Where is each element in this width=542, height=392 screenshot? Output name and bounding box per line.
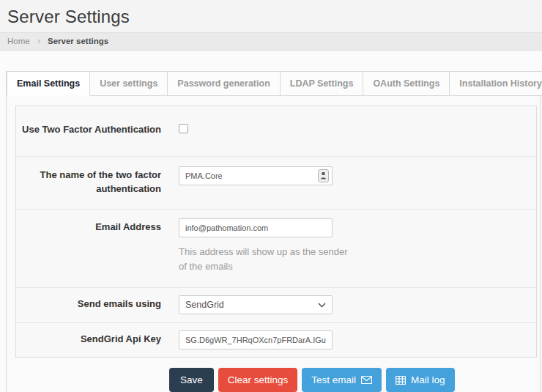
tab-ldap-settings[interactable]: LDAP Settings [281,71,364,96]
form-row-two-factor: Use Two Factor Authentication [16,106,536,157]
send-emails-using-value: SendGrid [185,300,224,310]
tab-user-settings[interactable]: User settings [90,71,168,96]
sendgrid-api-key-label: SendGrid Api Key [16,330,161,350]
page-header: Server Settings [0,0,542,32]
form-row-api-key: SendGrid Api Key [16,323,536,357]
spacer [0,51,542,71]
send-emails-using-label: Send emails using [16,295,161,314]
clear-settings-button[interactable]: Clear settings [218,368,298,392]
tab-email-settings[interactable]: Email Settings [7,71,90,96]
email-address-label: Email Address [16,218,161,274]
breadcrumb-current: Server settings [48,37,108,45]
tab-oauth-settings[interactable]: OAuth Settings [363,71,450,96]
form-row-email-address: Email Address This address will show up … [16,210,536,288]
chevron-right-icon: › [37,35,40,46]
email-address-help: This address will show up as the sender … [179,245,351,274]
settings-panel: Email Settings User settings Password ge… [6,71,541,392]
email-address-input[interactable] [179,218,333,237]
envelope-icon [361,376,372,384]
test-email-button[interactable]: Test email [302,368,382,392]
form-actions: Save Clear settings Test email [169,368,540,392]
autofill-icon[interactable] [318,169,329,182]
breadcrumb: Home › Server settings [0,32,542,51]
chevron-down-icon [318,303,326,308]
mail-log-label: Mail log [411,374,445,385]
table-icon [396,376,406,385]
page-title: Server Settings [7,7,535,27]
two-factor-checkbox[interactable] [179,124,188,133]
tab-password-generation[interactable]: Password generation [168,71,280,96]
email-settings-form: Use Two Factor Authentication The name o… [15,106,537,358]
two-factor-name-input[interactable] [179,166,333,185]
tab-installation-history[interactable]: Installation History [450,71,542,96]
form-row-two-factor-name: The name of the two factor authenticatio… [16,157,536,210]
mail-log-button[interactable]: Mail log [386,368,455,392]
sendgrid-api-key-input[interactable] [179,330,333,350]
form-row-send-using: Send emails using SendGrid [16,288,536,323]
test-email-label: Test email [311,374,356,385]
tab-bar: Email Settings User settings Password ge… [7,71,540,96]
save-button[interactable]: Save [169,368,214,392]
send-emails-using-select[interactable]: SendGrid [179,295,333,314]
breadcrumb-home-link[interactable]: Home [7,37,30,45]
two-factor-name-label: The name of the two factor authenticatio… [16,166,161,196]
two-factor-label: Use Two Factor Authentication [16,121,161,137]
